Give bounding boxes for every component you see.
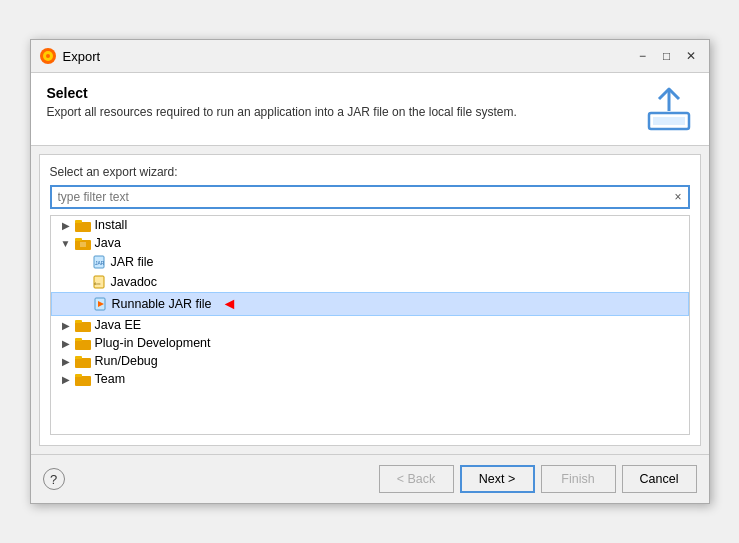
toggle-install: ▶ xyxy=(59,218,73,232)
back-button[interactable]: < Back xyxy=(379,465,454,493)
svg-rect-5 xyxy=(75,222,91,232)
folder-icon-install xyxy=(75,218,91,232)
finish-button[interactable]: Finish xyxy=(541,465,616,493)
window-title: Export xyxy=(63,49,101,64)
tree-item-team[interactable]: ▶ Team xyxy=(51,370,689,388)
label-javadoc: Javadoc xyxy=(111,275,158,289)
label-run-debug: Run/Debug xyxy=(95,354,158,368)
folder-icon-run-debug xyxy=(75,354,91,368)
svg-text:doc: doc xyxy=(94,281,100,286)
tree-item-javadoc[interactable]: doc Javadoc xyxy=(51,272,689,292)
toggle-plugin-dev: ▶ xyxy=(59,336,73,350)
svg-rect-23 xyxy=(75,374,82,377)
label-team: Team xyxy=(95,372,126,386)
label-plugin-dev: Plug-in Development xyxy=(95,336,211,350)
content-section: Select an export wizard: × ▶ Install ▼ xyxy=(39,154,701,446)
toggle-javadoc xyxy=(75,275,89,289)
svg-rect-17 xyxy=(75,320,82,323)
toggle-team: ▶ xyxy=(59,372,73,386)
dialog-description: Export all resources required to run an … xyxy=(47,105,517,119)
tree-item-jar-file[interactable]: JAR JAR file xyxy=(51,252,689,272)
svg-rect-20 xyxy=(75,358,91,368)
export-dialog: Export − □ ✕ Select Export all resources… xyxy=(30,39,710,504)
svg-rect-22 xyxy=(75,376,91,386)
tree-item-java-ee[interactable]: ▶ Java EE xyxy=(51,316,689,334)
svg-text:JAR: JAR xyxy=(95,260,105,266)
titlebar-left: Export xyxy=(39,47,101,65)
toggle-java: ▼ xyxy=(59,236,73,250)
svg-point-2 xyxy=(46,54,50,58)
svg-rect-9 xyxy=(80,242,86,247)
label-jar-file: JAR file xyxy=(111,255,154,269)
javadoc-icon: doc xyxy=(91,274,107,290)
tree-container[interactable]: ▶ Install ▼ Java JAR xyxy=(50,215,690,435)
header-text: Select Export all resources required to … xyxy=(47,85,517,119)
svg-rect-21 xyxy=(75,356,82,359)
close-button[interactable]: ✕ xyxy=(681,46,701,66)
footer-buttons: < Back Next > Finish Cancel xyxy=(379,465,697,493)
svg-rect-16 xyxy=(75,322,91,332)
folder-icon-plugin-dev xyxy=(75,336,91,350)
help-button[interactable]: ? xyxy=(43,468,65,490)
label-install: Install xyxy=(95,218,128,232)
footer-section: ? < Back Next > Finish Cancel xyxy=(31,454,709,503)
svg-rect-4 xyxy=(653,117,685,125)
tree-item-runnable-jar[interactable]: Runnable JAR file ◄ xyxy=(51,292,689,316)
tree-item-install[interactable]: ▶ Install xyxy=(51,216,689,234)
header-section: Select Export all resources required to … xyxy=(31,73,709,146)
dialog-title: Select xyxy=(47,85,517,101)
export-icon xyxy=(645,85,693,133)
label-runnable-jar: Runnable JAR file xyxy=(112,297,212,311)
filter-label: Select an export wizard: xyxy=(50,165,690,179)
svg-rect-19 xyxy=(75,338,82,341)
maximize-button[interactable]: □ xyxy=(657,46,677,66)
svg-rect-8 xyxy=(75,238,82,241)
clear-icon[interactable]: × xyxy=(668,188,687,206)
folder-icon-java-ee xyxy=(75,318,91,332)
runnable-jar-icon xyxy=(92,296,108,312)
minimize-button[interactable]: − xyxy=(633,46,653,66)
label-java-ee: Java EE xyxy=(95,318,142,332)
folder-icon-java xyxy=(75,236,91,250)
selection-arrow: ◄ xyxy=(222,295,238,313)
footer-left: ? xyxy=(43,468,65,490)
search-input[interactable] xyxy=(52,187,669,207)
tree-item-run-debug[interactable]: ▶ Run/Debug xyxy=(51,352,689,370)
cancel-button[interactable]: Cancel xyxy=(622,465,697,493)
toggle-runnable-jar xyxy=(76,297,90,311)
svg-rect-18 xyxy=(75,340,91,350)
jar-icon: JAR xyxy=(91,254,107,270)
label-java: Java xyxy=(95,236,121,250)
folder-icon-team xyxy=(75,372,91,386)
app-icon xyxy=(39,47,57,65)
titlebar: Export − □ ✕ xyxy=(31,40,709,73)
toggle-java-ee: ▶ xyxy=(59,318,73,332)
tree-item-java[interactable]: ▼ Java xyxy=(51,234,689,252)
toggle-run-debug: ▶ xyxy=(59,354,73,368)
tree-item-plugin-dev[interactable]: ▶ Plug-in Development xyxy=(51,334,689,352)
svg-rect-6 xyxy=(75,220,82,223)
titlebar-controls: − □ ✕ xyxy=(633,46,701,66)
search-box: × xyxy=(50,185,690,209)
next-button[interactable]: Next > xyxy=(460,465,535,493)
toggle-jar xyxy=(75,255,89,269)
